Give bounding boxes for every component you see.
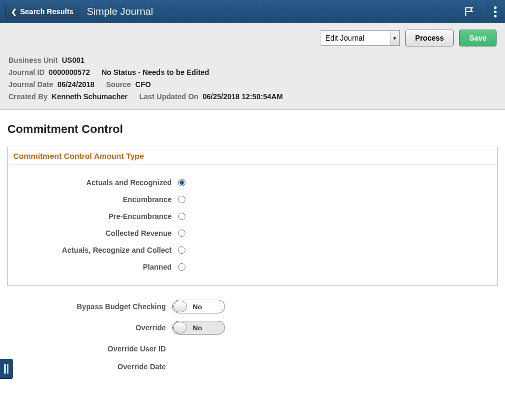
- override-date-label: Override Date: [7, 362, 172, 371]
- journal-meta: Business Unit US001 Journal ID 000000057…: [0, 52, 505, 110]
- process-button[interactable]: Process: [405, 30, 454, 46]
- amount-type-option: Encumbrance: [13, 193, 492, 206]
- amount-type-radio[interactable]: [178, 196, 185, 203]
- back-button[interactable]: ❮ Search Results: [5, 5, 79, 18]
- section-header: Commitment Control: [7, 122, 498, 136]
- bypass-label: Bypass Budget Checking: [7, 302, 172, 311]
- chevron-left-icon: ❮: [11, 8, 17, 16]
- amount-type-option-label: Actuals, Recognize and Collect: [13, 246, 178, 254]
- amount-type-option: Collected Revenue: [13, 226, 492, 240]
- page-title: Simple Journal: [87, 6, 153, 17]
- top-actions: [464, 3, 500, 21]
- source-label: Source: [106, 80, 131, 89]
- bypass-toggle[interactable]: No: [172, 300, 225, 313]
- amount-type-radio[interactable]: [178, 263, 185, 271]
- divider: [483, 4, 483, 19]
- action-strip: Edit Journal ▼ Process Save: [0, 23, 505, 52]
- amount-type-panel: Commitment Control Amount Type Actuals a…: [7, 147, 498, 286]
- amount-type-radio[interactable]: [178, 246, 185, 254]
- toggle-fields: Bypass Budget Checking No Override No Ov…: [7, 286, 498, 374]
- amount-type-option: Actuals and Recognized: [13, 176, 492, 189]
- amount-type-option-label: Actuals and Recognized: [13, 178, 178, 187]
- created-by-value: Kenneth Schumacher: [52, 92, 128, 101]
- toggle-knob-icon: [173, 301, 187, 312]
- journal-date-label: Journal Date: [8, 80, 53, 89]
- amount-type-option: Actuals, Recognize and Collect: [13, 243, 492, 257]
- amount-type-radio[interactable]: [178, 213, 185, 220]
- last-updated-label: Last Updated On: [139, 92, 199, 101]
- amount-type-option: Pre-Encumbrance: [13, 209, 492, 223]
- chevron-down-icon[interactable]: ▼: [390, 31, 399, 45]
- amount-type-radio[interactable]: [178, 230, 185, 237]
- main-content: Commitment Control Commitment Control Am…: [0, 110, 505, 398]
- amount-type-radio-group: Actuals and RecognizedEncumbrancePre-Enc…: [8, 165, 497, 285]
- journal-status: No Status - Needs to be Edited: [101, 68, 209, 77]
- source-value: CFO: [135, 80, 151, 89]
- journal-id-label: Journal ID: [8, 68, 44, 77]
- created-by-label: Created By: [8, 92, 48, 101]
- mode-select-field[interactable]: Edit Journal: [321, 31, 390, 45]
- save-button[interactable]: Save: [459, 30, 497, 46]
- journal-id-value: 0000000572: [49, 68, 90, 77]
- side-panel-toggle[interactable]: [0, 359, 13, 379]
- mode-select[interactable]: Edit Journal ▼: [321, 30, 400, 46]
- back-button-label: Search Results: [20, 7, 73, 16]
- amount-type-option-label: Encumbrance: [13, 195, 178, 204]
- top-bar: ❮ Search Results Simple Journal: [0, 0, 505, 23]
- override-toggle-value: No: [193, 324, 202, 332]
- amount-type-option-label: Collected Revenue: [13, 229, 178, 237]
- last-updated-value: 06/25/2018 12:50:54AM: [203, 92, 283, 101]
- override-toggle[interactable]: No: [172, 321, 225, 335]
- amount-type-option: Planned: [13, 260, 492, 274]
- toggle-knob-icon: [173, 322, 187, 333]
- business-unit-label: Business Unit: [8, 56, 58, 64]
- kebab-menu-icon[interactable]: [491, 3, 500, 21]
- bypass-toggle-value: No: [193, 303, 202, 311]
- amount-type-option-label: Pre-Encumbrance: [13, 212, 178, 221]
- override-userid-label: Override User ID: [7, 345, 172, 353]
- business-unit-value: US001: [62, 56, 85, 64]
- amount-type-radio[interactable]: [178, 179, 185, 186]
- flag-icon[interactable]: [464, 6, 475, 17]
- amount-type-option-label: Planned: [13, 263, 178, 271]
- amount-type-panel-title: Commitment Control Amount Type: [8, 147, 497, 165]
- override-label: Override: [7, 323, 172, 332]
- journal-date-value: 06/24/2018: [58, 80, 95, 89]
